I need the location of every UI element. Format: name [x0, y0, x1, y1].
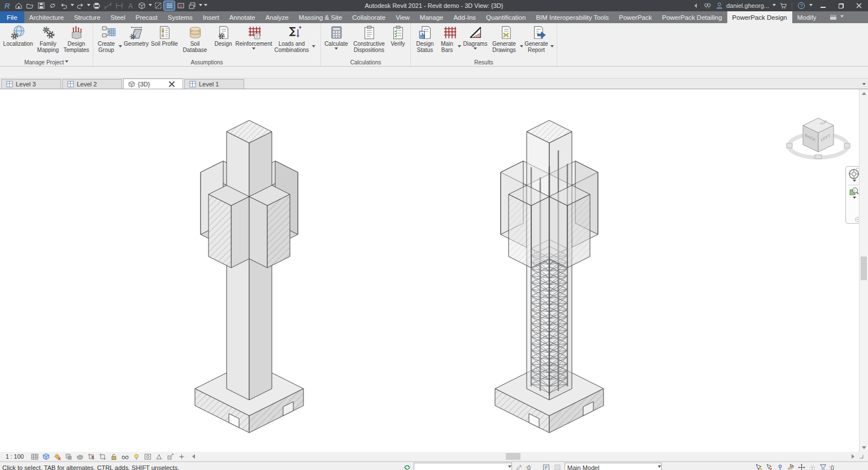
- restore-button[interactable]: [833, 0, 849, 11]
- ribbon-tab-powerpack-design[interactable]: PowerPack Design: [727, 11, 792, 23]
- rendering-dialog-icon[interactable]: [75, 452, 85, 461]
- localization-button[interactable]: Localization: [2, 24, 34, 59]
- soil-database-button[interactable]: Soil Database: [179, 24, 211, 59]
- scroll-right-icon[interactable]: [852, 454, 857, 459]
- aligned-dimension-icon[interactable]: [114, 1, 124, 10]
- view-scale-button[interactable]: 1 : 100: [3, 453, 28, 460]
- ribbon-display-toggle[interactable]: [830, 11, 844, 23]
- ribbon-tab-architecture[interactable]: Architecture: [24, 11, 69, 23]
- family-mapping-button[interactable]: Family Mapping: [34, 24, 62, 59]
- 3d-model-view[interactable]: [0, 89, 860, 452]
- select-links-icon[interactable]: [754, 463, 763, 470]
- panel-label-manage-project[interactable]: Manage Project: [0, 59, 93, 66]
- highlight-displacement-sets-icon[interactable]: [166, 452, 175, 461]
- diagrams-button[interactable]: Diagrams: [461, 24, 489, 59]
- redo-dropdown-icon[interactable]: [87, 4, 90, 8]
- design-button[interactable]: Design: [211, 24, 235, 59]
- close-view-tab-icon[interactable]: [168, 81, 175, 88]
- constructive-dispositions-button[interactable]: Constructive Dispositions: [350, 24, 388, 59]
- print-icon[interactable]: [91, 1, 102, 10]
- ribbon-tab-add-ins[interactable]: Add-Ins: [448, 11, 481, 23]
- switch-windows-dropdown-icon[interactable]: [199, 4, 202, 8]
- ribbon-tab-steel[interactable]: Steel: [106, 11, 131, 23]
- ribbon-tab-structure[interactable]: Structure: [69, 11, 106, 23]
- compass-south-tick[interactable]: [815, 155, 822, 159]
- account-icon[interactable]: [714, 1, 724, 10]
- verify-button[interactable]: Verify: [388, 24, 407, 59]
- ribbon-tab-bim-interoperability[interactable]: BIM Interoperability Tools: [531, 11, 614, 23]
- background-processes-icon[interactable]: [808, 463, 817, 470]
- ribbon-tab-powerpack-detailing[interactable]: PowerPack Detailing: [657, 11, 727, 23]
- help-icon[interactable]: ?: [796, 1, 806, 10]
- active-design-option-select[interactable]: Main Model: [565, 463, 662, 470]
- design-templates-button[interactable]: Design Templates: [62, 24, 91, 59]
- undo-icon[interactable]: [58, 1, 69, 10]
- drawing-area[interactable]: TOP BACK LEFT: [0, 89, 868, 452]
- search-icon[interactable]: [702, 1, 712, 10]
- signed-in-user[interactable]: daniel.gheorg...: [726, 2, 769, 9]
- ribbon-tab-view[interactable]: View: [390, 11, 415, 23]
- view-tab-level-3[interactable]: Level 3: [1, 79, 61, 89]
- reinforced-column-model[interactable]: [495, 120, 604, 433]
- editable-only-icon[interactable]: [514, 463, 523, 470]
- ribbon-tab-analyze[interactable]: Analyze: [261, 11, 294, 23]
- wheel-dropdown-icon[interactable]: [853, 180, 856, 184]
- close-inactive-windows-icon[interactable]: [175, 1, 186, 10]
- scroll-up-icon[interactable]: [862, 92, 866, 95]
- filter-icon[interactable]: [818, 463, 827, 470]
- panel-label-results[interactable]: Results: [411, 59, 557, 66]
- main-bars-button[interactable]: Main Bars: [437, 24, 461, 59]
- show-analytical-model-icon[interactable]: [154, 452, 164, 461]
- minimize-button[interactable]: [815, 0, 831, 11]
- home-icon[interactable]: [13, 1, 24, 10]
- resize-grip-icon[interactable]: [859, 454, 863, 459]
- ribbon-tab-file[interactable]: File: [0, 11, 24, 23]
- compass-west-tick[interactable]: [787, 143, 792, 148]
- panel-label-assumptions[interactable]: Assumptions: [93, 59, 320, 66]
- worksharing-icon[interactable]: [402, 463, 411, 470]
- design-options-icon[interactable]: [542, 463, 551, 470]
- visual-style-icon[interactable]: [41, 452, 51, 461]
- redo-icon[interactable]: [75, 1, 85, 10]
- switch-windows-icon[interactable]: [186, 1, 197, 10]
- temporary-view-properties-icon[interactable]: [143, 452, 153, 461]
- reinforcement-button[interactable]: Reinforcement: [235, 24, 272, 59]
- app-store-cart-icon[interactable]: [778, 1, 788, 10]
- 3d-view-dropdown-icon[interactable]: [149, 4, 152, 8]
- measure-icon[interactable]: [102, 1, 113, 10]
- section-icon[interactable]: [153, 1, 163, 10]
- pick-to-edit-design-option-icon[interactable]: [553, 463, 562, 470]
- ribbon-tab-collaborate[interactable]: Collaborate: [347, 11, 390, 23]
- close-button[interactable]: [851, 0, 867, 11]
- compass-east-tick[interactable]: [844, 143, 850, 148]
- view-tab-level-1[interactable]: Level 1: [184, 79, 244, 89]
- loads-and-combinations-button[interactable]: Loads and Combinations: [272, 24, 315, 59]
- ribbon-tab-massing-site[interactable]: Massing & Site: [294, 11, 348, 23]
- thin-lines-icon[interactable]: [164, 1, 175, 10]
- text-note-icon[interactable]: A: [125, 1, 136, 10]
- create-group-button[interactable]: Create Group: [95, 24, 122, 59]
- detail-level-icon[interactable]: [30, 452, 40, 461]
- ribbon-tab-insert[interactable]: Insert: [198, 11, 224, 23]
- shadows-icon[interactable]: [64, 452, 73, 461]
- panel-label-calculations[interactable]: Calculations: [321, 59, 410, 66]
- ribbon-tab-modify[interactable]: Modify: [792, 11, 822, 23]
- ribbon-tab-precast[interactable]: Precast: [131, 11, 163, 23]
- horizontal-scrollbar-thumb[interactable]: [506, 453, 520, 460]
- collapse-infocenter-icon[interactable]: [691, 1, 700, 10]
- crop-view-icon[interactable]: [86, 452, 96, 461]
- active-workset-select[interactable]: [414, 463, 512, 470]
- ribbon-tab-powerpack[interactable]: PowerPack: [614, 11, 657, 23]
- generate-drawings-button[interactable]: Generate Drawings: [489, 24, 523, 59]
- default-3d-view-icon[interactable]: [136, 1, 147, 10]
- open-file-icon[interactable]: [24, 1, 35, 10]
- customize-qat-icon[interactable]: [204, 4, 207, 8]
- revit-logo-icon[interactable]: R: [2, 1, 12, 10]
- sun-path-icon[interactable]: [53, 452, 62, 461]
- sync-with-central-icon[interactable]: [47, 1, 58, 10]
- horizontal-scrollbar[interactable]: [176, 452, 854, 460]
- select-pinned-elements-icon[interactable]: [775, 463, 784, 470]
- view-tab-3d[interactable]: {3D}: [123, 79, 183, 89]
- select-elements-by-face-icon[interactable]: [786, 463, 795, 470]
- ribbon-tab-annotate[interactable]: Annotate: [224, 11, 261, 23]
